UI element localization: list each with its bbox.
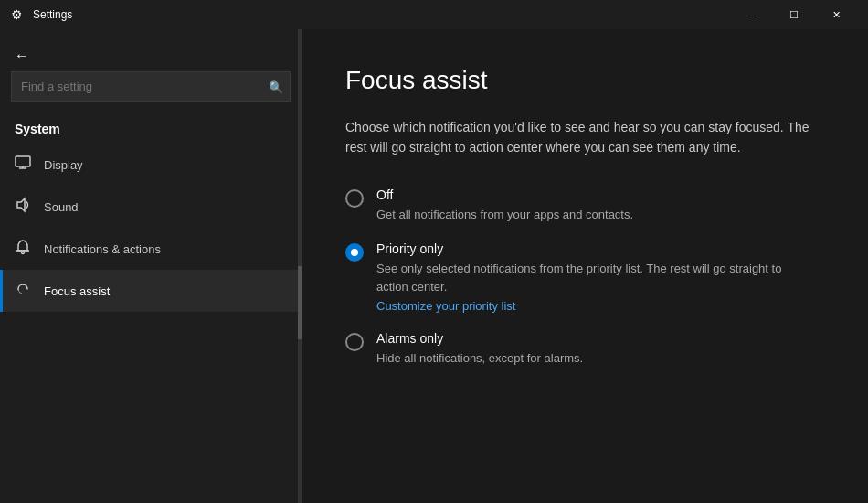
customize-priority-link[interactable]: Customize your priority list [376, 299, 815, 313]
option-alarms: Alarms only Hide all notifications, exce… [345, 331, 824, 368]
system-label: System [0, 116, 302, 144]
sidebar-item-display-label: Display [44, 158, 83, 172]
search-icon[interactable]: 🔍 [269, 80, 283, 93]
radio-alarms[interactable] [345, 333, 364, 351]
svg-marker-3 [17, 198, 25, 211]
option-off: Off Get all notifications from your apps… [345, 187, 824, 224]
options-group: Off Get all notifications from your apps… [345, 187, 824, 368]
sidebar-item-display[interactable]: Display [0, 144, 302, 186]
option-off-label: Off [376, 187, 633, 202]
radio-priority-dot [351, 249, 358, 256]
option-alarms-label: Alarms only [376, 331, 583, 346]
settings-icon: ⚙ [11, 7, 26, 22]
page-title: Focus assist [345, 66, 824, 95]
svg-rect-0 [16, 156, 30, 166]
sidebar: ← 🔍 System Display [0, 29, 302, 503]
sidebar-item-notifications[interactable]: Notifications & actions [0, 228, 302, 270]
radio-priority[interactable] [345, 243, 364, 262]
display-icon [15, 155, 31, 175]
sidebar-item-sound[interactable]: Sound [0, 186, 302, 228]
search-input[interactable] [11, 71, 291, 102]
window-controls: — ☐ ✕ [731, 0, 857, 29]
option-priority-label: Priority only [376, 241, 815, 256]
close-button[interactable]: ✕ [815, 0, 857, 29]
back-button[interactable]: ← [0, 40, 302, 71]
focus-icon [15, 281, 31, 301]
titlebar: ⚙ Settings — ☐ ✕ [0, 0, 868, 29]
option-priority-content: Priority only See only selected notifica… [376, 241, 815, 313]
option-priority: Priority only See only selected notifica… [345, 241, 824, 313]
page-description: Choose which notification you'd like to … [345, 117, 820, 158]
search-box: 🔍 [11, 71, 291, 102]
app-window: ← 🔍 System Display [0, 29, 868, 503]
radio-off[interactable] [345, 189, 364, 208]
option-off-desc: Get all notifications from your apps and… [376, 206, 633, 224]
back-arrow-icon: ← [15, 48, 29, 64]
option-off-content: Off Get all notifications from your apps… [376, 187, 633, 224]
main-panel: Focus assist Choose which notification y… [302, 29, 868, 503]
sidebar-scrollbar[interactable] [298, 29, 302, 503]
option-alarms-desc: Hide all notifications, except for alarm… [376, 349, 583, 368]
maximize-button[interactable]: ☐ [773, 0, 815, 29]
sidebar-item-focus-label: Focus assist [44, 284, 110, 298]
sidebar-scrollbar-thumb [298, 266, 302, 339]
sidebar-item-focus[interactable]: Focus assist [0, 270, 302, 312]
notifications-icon [15, 239, 31, 259]
option-priority-desc: See only selected notifications from the… [376, 260, 815, 295]
sound-icon [15, 197, 31, 217]
sidebar-item-notifications-label: Notifications & actions [44, 242, 161, 256]
minimize-button[interactable]: — [731, 0, 773, 29]
titlebar-title: Settings [33, 8, 731, 21]
sidebar-item-sound-label: Sound [44, 200, 79, 214]
option-alarms-content: Alarms only Hide all notifications, exce… [376, 331, 583, 368]
